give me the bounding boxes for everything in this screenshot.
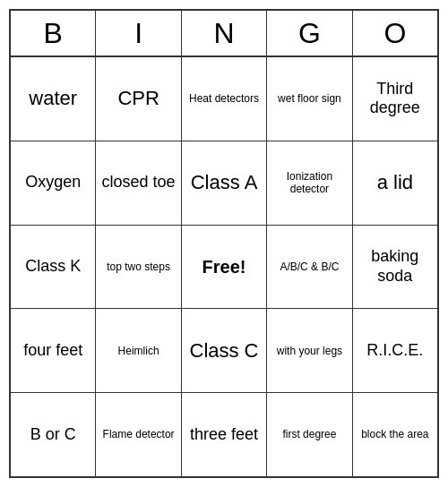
bingo-row-3: four feetHeimlichClass Cwith your legsR.… — [11, 309, 437, 393]
bingo-cell-0-4: Third degree — [353, 57, 437, 141]
bingo-cell-1-1: closed toe — [96, 141, 181, 225]
header-letter-G: G — [267, 11, 352, 56]
header-letter-O: O — [353, 11, 437, 56]
bingo-row-0: waterCPRHeat detectorswet floor signThir… — [11, 57, 437, 141]
bingo-card: BINGO waterCPRHeat detectorswet floor si… — [9, 9, 439, 478]
bingo-cell-0-1: CPR — [96, 57, 181, 141]
bingo-row-4: B or CFlame detectorthree feetfirst degr… — [11, 393, 437, 476]
bingo-cell-2-2: Free! — [182, 226, 267, 309]
bingo-cell-0-2: Heat detectors — [182, 57, 267, 141]
bingo-header: BINGO — [11, 11, 437, 57]
bingo-row-1: Oxygenclosed toeClass AIonization detect… — [11, 141, 437, 226]
bingo-cell-1-2: Class A — [182, 141, 267, 225]
bingo-cell-1-3: Ionization detector — [267, 141, 352, 225]
bingo-cell-4-1: Flame detector — [96, 393, 181, 476]
bingo-cell-3-1: Heimlich — [96, 309, 181, 392]
bingo-cell-4-4: block the area — [353, 393, 437, 476]
bingo-cell-4-0: B or C — [11, 393, 96, 476]
bingo-cell-2-4: baking soda — [353, 226, 437, 309]
bingo-cell-2-1: top two steps — [96, 226, 181, 309]
bingo-cell-2-3: A/B/C & B/C — [267, 226, 352, 309]
bingo-cell-3-2: Class C — [182, 309, 267, 392]
bingo-cell-1-0: Oxygen — [11, 141, 96, 225]
bingo-grid: waterCPRHeat detectorswet floor signThir… — [11, 57, 437, 476]
bingo-cell-3-4: R.I.C.E. — [353, 309, 437, 392]
bingo-cell-0-0: water — [11, 57, 96, 141]
header-letter-N: N — [182, 11, 267, 56]
bingo-row-2: Class Ktop two stepsFree!A/B/C & B/Cbaki… — [11, 226, 437, 310]
bingo-cell-4-2: three feet — [182, 393, 267, 476]
header-letter-B: B — [11, 11, 96, 56]
bingo-cell-0-3: wet floor sign — [267, 57, 352, 141]
header-letter-I: I — [96, 11, 181, 56]
bingo-cell-3-3: with your legs — [267, 309, 352, 392]
bingo-cell-3-0: four feet — [11, 309, 96, 392]
bingo-cell-1-4: a lid — [353, 141, 437, 225]
bingo-cell-2-0: Class K — [11, 226, 96, 309]
bingo-cell-4-3: first degree — [267, 393, 352, 476]
